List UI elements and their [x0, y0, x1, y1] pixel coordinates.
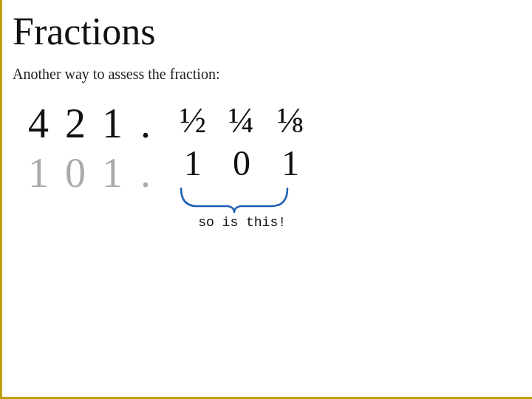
content-area: 4 1 2 0 1 1 . . ½ ¼ ⅛	[20, 99, 510, 230]
brace-container	[175, 185, 293, 214]
col-2: 2 0	[57, 99, 94, 198]
col1-top: 4	[28, 99, 49, 149]
number-columns: 4 1 2 0 1 1	[20, 99, 131, 198]
col3-top: 1	[102, 99, 123, 149]
frac-half: ½	[175, 99, 211, 142]
col-3: 1 1	[94, 99, 131, 198]
decimal-dot: . .	[131, 99, 160, 198]
subtitle-text: Another way to assess the fraction:	[13, 66, 510, 83]
frac-quarter: ¼	[224, 99, 259, 142]
dot-top: .	[140, 99, 151, 149]
frac-eighth: ⅛	[273, 99, 308, 142]
frac-row-bottom: 1 0 1	[175, 142, 308, 185]
fractions-section: ½ ¼ ⅛ 1 0 1 so is this!	[175, 99, 308, 230]
dot-bot: .	[140, 149, 151, 198]
brace-svg	[175, 185, 293, 214]
page: Fractions Another way to assess the frac…	[0, 0, 532, 399]
page-title: Fractions	[13, 10, 510, 52]
frac-row-top: ½ ¼ ⅛	[175, 99, 308, 142]
col-1: 4 1	[20, 99, 57, 198]
frac-bottom-wrapper: 1 0 1 so is this!	[175, 142, 308, 231]
col1-bot: 1	[28, 149, 49, 198]
col3-bot: 1	[102, 149, 123, 198]
frac-val-1: 1	[175, 142, 211, 185]
col2-top: 2	[65, 99, 86, 149]
frac-val-0: 0	[224, 142, 259, 185]
annotation-text: so is this!	[175, 215, 293, 230]
col2-bot: 0	[65, 149, 86, 198]
frac-val-2: 1	[273, 142, 308, 185]
